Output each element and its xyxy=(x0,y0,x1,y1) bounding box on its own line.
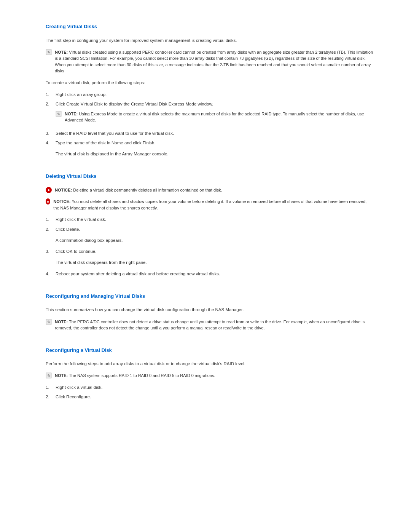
step-num: 4. xyxy=(46,140,53,146)
step-text: Right-click a virtual disk. xyxy=(56,384,373,391)
step-text: Click Create Virtual Disk to display the… xyxy=(56,102,213,106)
deleting-steps-list-2: 3. Click OK to continue. xyxy=(46,248,373,255)
creating-step-3: 3. Select the RAID level that you want t… xyxy=(46,130,373,137)
reconfiguring-managing-section: Reconfiguring and Managing Virtual Disks… xyxy=(46,292,373,331)
step-text: Right-click an array group. xyxy=(56,91,373,98)
step-text: Select the RAID level that you want to u… xyxy=(56,130,373,137)
reconfiguring-steps-list: 1. Right-click a virtual disk. 2. Click … xyxy=(46,384,373,401)
creating-note-1-text: NOTE: Virtual disks created using a supp… xyxy=(55,49,373,74)
creating-virtual-disks-section: Creating Virtual Disks The first step in… xyxy=(46,23,373,157)
svg-text:✎: ✎ xyxy=(47,320,50,324)
reconfiguring-managing-title: Reconfiguring and Managing Virtual Disks xyxy=(46,292,373,300)
deleting-steps-list-3: 4. Reboot your system after deleting a v… xyxy=(46,271,373,277)
deleting-step-2: 2. Click Delete. xyxy=(46,226,373,233)
step-num: 4. xyxy=(46,271,53,277)
creating-step-4: 4. Type the name of the disk in Name and… xyxy=(46,140,373,146)
step-num: 3. xyxy=(46,248,53,255)
notice-icon: ● xyxy=(46,198,50,204)
deleting-step-3: 3. Click OK to continue. xyxy=(46,248,373,255)
step-text-container: Click Create Virtual Disk to display the… xyxy=(56,101,373,127)
note-icon: ✎ xyxy=(56,111,62,117)
notice-icon: ● xyxy=(46,187,52,193)
deleting-steps-list: 1. Right-click the virtual disk. 2. Clic… xyxy=(46,216,373,233)
reconfiguring-managing-intro: This section summarizes how you can chan… xyxy=(46,307,373,313)
step-text: Click Reconfigure. xyxy=(56,394,373,400)
svg-text:✎: ✎ xyxy=(47,374,50,378)
step-num: 2. xyxy=(46,226,53,233)
step-num: 1. xyxy=(46,384,53,391)
reconfiguring-intro: Perform the following steps to add array… xyxy=(46,361,373,367)
creating-result-text: The virtual disk is displayed in the Arr… xyxy=(56,151,373,157)
note-icon: ✎ xyxy=(46,49,52,55)
deleting-notice-2: ● NOTICE: You must delete all shares and… xyxy=(46,198,373,211)
reconfiguring-managing-note-text: NOTE: The PERC 4/DC controller does not … xyxy=(55,319,373,331)
creating-virtual-disks-title: Creating Virtual Disks xyxy=(46,23,373,30)
creating-steps-list: 1. Right-click an array group. 2. Click … xyxy=(46,91,373,146)
deleting-intermediate-result-2: The virtual disk disappears from the rig… xyxy=(56,259,373,266)
creating-note-1: ✎ NOTE: Virtual disks created using a su… xyxy=(46,49,373,74)
step-text: Reboot your system after deleting a virt… xyxy=(56,271,373,277)
step-num: 1. xyxy=(46,216,53,223)
step-text: Right-click the virtual disk. xyxy=(56,216,373,223)
reconfiguring-note: ✎ NOTE: The NAS system supports RAID 1 t… xyxy=(46,372,373,379)
creating-pre-steps: To create a virtual disk, perform the fo… xyxy=(46,80,373,86)
svg-text:✎: ✎ xyxy=(47,50,50,54)
deleting-notice-1-text: NOTICE: Deleting a virtual disk permanen… xyxy=(55,187,222,193)
deleting-intermediate-result: A confirmation dialog box appears. xyxy=(56,237,373,244)
reconfiguring-step-1: 1. Right-click a virtual disk. xyxy=(46,384,373,391)
step-num: 2. xyxy=(46,394,53,400)
reconfiguring-virtual-disk-title: Reconfiguring a Virtual Disk xyxy=(46,347,373,354)
creating-intro: The first step in configuring your syste… xyxy=(46,37,373,44)
step-text: Click OK to continue. xyxy=(56,248,373,255)
note-icon: ✎ xyxy=(46,372,52,379)
deleting-virtual-disks-title: Deleting Virtual Disks xyxy=(46,173,373,180)
deleting-notice-2-text: NOTICE: You must delete all shares and s… xyxy=(53,198,373,211)
creating-step-2: 2. Click Create Virtual Disk to display … xyxy=(46,101,373,127)
reconfiguring-virtual-disk-section: Reconfiguring a Virtual Disk Perform the… xyxy=(46,347,373,401)
step-text: Click Delete. xyxy=(56,226,373,233)
step2-sub-note: ✎ NOTE: Using Express Mode to create a v… xyxy=(56,111,373,123)
deleting-step-4: 4. Reboot your system after deleting a v… xyxy=(46,271,373,277)
step-text: Type the name of the disk in Name and cl… xyxy=(56,140,373,146)
reconfiguring-step-2: 2. Click Reconfigure. xyxy=(46,394,373,400)
deleting-notice-1: ● NOTICE: Deleting a virtual disk perman… xyxy=(46,187,373,193)
svg-text:✎: ✎ xyxy=(57,112,60,116)
step-num: 3. xyxy=(46,130,53,137)
reconfiguring-note-text: NOTE: The NAS system supports RAID 1 to … xyxy=(55,372,215,379)
deleting-step-1: 1. Right-click the virtual disk. xyxy=(46,216,373,223)
step-num: 2. xyxy=(46,101,53,107)
note-icon: ✎ xyxy=(46,319,52,325)
reconfiguring-managing-note: ✎ NOTE: The PERC 4/DC controller does no… xyxy=(46,319,373,331)
sub-note-text: NOTE: Using Express Mode to create a vir… xyxy=(65,111,373,123)
step-num: 1. xyxy=(46,91,53,98)
creating-step-1: 1. Right-click an array group. xyxy=(46,91,373,98)
deleting-virtual-disks-section: Deleting Virtual Disks ● NOTICE: Deletin… xyxy=(46,173,373,277)
